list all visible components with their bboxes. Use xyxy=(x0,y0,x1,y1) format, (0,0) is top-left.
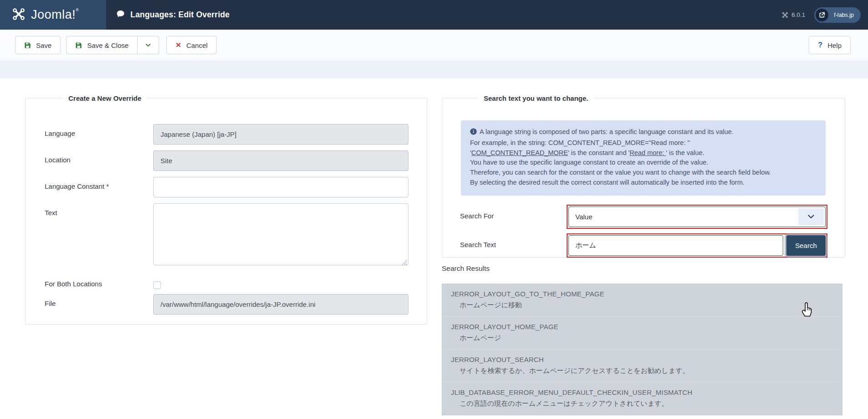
help-question-icon: ? xyxy=(818,41,822,49)
alert-line-2: For example, in the string: COM_CONTENT_… xyxy=(470,138,816,148)
cancel-button[interactable]: ✕ Cancel xyxy=(166,36,217,54)
alert-line-1: A language string is composed of two par… xyxy=(470,127,816,138)
help-button[interactable]: ? Help xyxy=(809,36,851,54)
location-label: Location xyxy=(45,150,153,171)
chevron-down-icon xyxy=(145,42,151,48)
language-constant-field[interactable] xyxy=(153,177,408,197)
language-field xyxy=(153,124,408,145)
speech-bubble-icon xyxy=(116,10,125,20)
joomla-brand[interactable]: Joomla!® xyxy=(0,0,106,30)
value-example-link[interactable]: Read more: xyxy=(630,149,666,156)
search-help-alert: A language string is composed of two par… xyxy=(461,120,826,196)
search-text-label: Search Text xyxy=(460,235,568,258)
search-text-annotation: Search xyxy=(567,233,827,258)
alert-line-4: You have to use the specific language co… xyxy=(470,158,816,168)
language-constant-label: Language Constant * xyxy=(45,177,153,197)
joomla-logo-icon xyxy=(12,7,26,23)
location-field xyxy=(153,150,408,171)
search-results-heading: Search Results xyxy=(442,264,490,273)
both-locations-checkbox[interactable] xyxy=(153,281,161,289)
save-button[interactable]: Save xyxy=(15,36,61,54)
joomla-wordmark: Joomla!® xyxy=(31,8,79,22)
save-floppy-icon xyxy=(75,42,82,49)
info-circle-icon xyxy=(470,128,477,138)
search-text-input[interactable] xyxy=(568,235,783,256)
toolbar: Save Save & Close ✕ Cancel ? Help xyxy=(0,30,868,61)
both-locations-label: For Both Locations xyxy=(45,277,153,291)
create-override-panel: Create a New Override Language Location … xyxy=(25,94,427,325)
search-for-label: Search For xyxy=(460,207,568,229)
joomla-version-icon xyxy=(782,12,788,18)
result-item[interactable]: JLIB_DATABASE_ERROR_MENU_DEFAULT_CHECKIN… xyxy=(442,382,842,415)
cancel-x-icon: ✕ xyxy=(176,41,181,49)
alert-line-6: By selecting the desired result the corr… xyxy=(470,178,816,188)
save-floppy-icon xyxy=(24,42,31,49)
alert-line-3: 'COM_CONTENT_READ_MORE' is the constant … xyxy=(470,148,816,158)
result-item[interactable]: JERROR_LAYOUT_HOME_PAGE ホームページ xyxy=(442,316,842,349)
search-results-list: JERROR_LAYOUT_GO_TO_THE_HOME_PAGE ホームページ… xyxy=(442,284,842,415)
main-content: Create a New Override Language Location … xyxy=(0,78,868,419)
top-navbar: Joomla!® Languages: Edit Override 6.0.1 xyxy=(0,0,868,30)
site-preview-button[interactable]: f-labs.jp xyxy=(814,7,861,23)
page-title-area: Languages: Edit Override xyxy=(106,0,230,30)
text-label: Text xyxy=(45,203,153,267)
external-link-icon xyxy=(816,9,828,21)
search-for-annotation: Value xyxy=(567,205,827,229)
page-title: Languages: Edit Override xyxy=(130,10,230,20)
text-field[interactable] xyxy=(153,203,408,265)
search-panel: Search text you want to change. A langua… xyxy=(442,94,845,258)
file-field xyxy=(153,294,408,315)
site-link-label: f-labs.jp xyxy=(834,12,854,18)
search-button[interactable]: Search xyxy=(786,235,826,256)
constant-example-link[interactable]: COM_CONTENT_READ_MORE xyxy=(471,149,568,156)
joomla-version: 6.0.1 xyxy=(782,11,805,18)
create-override-legend: Create a New Override xyxy=(63,94,147,102)
language-label: Language xyxy=(45,124,153,145)
result-item[interactable]: JERROR_LAYOUT_GO_TO_THE_HOME_PAGE ホームページ… xyxy=(442,284,842,316)
chevron-down-icon xyxy=(798,208,824,225)
save-options-dropdown-button[interactable] xyxy=(138,36,159,54)
subheader-band xyxy=(0,61,868,78)
file-label: File xyxy=(45,294,153,315)
mouse-cursor-hand xyxy=(799,300,814,319)
search-for-select[interactable]: Value xyxy=(568,207,826,227)
alert-line-5: Therefore, you can search for the consta… xyxy=(470,168,816,178)
search-panel-legend: Search text you want to change. xyxy=(478,94,594,102)
save-close-button[interactable]: Save & Close xyxy=(66,36,138,54)
result-item[interactable]: JERROR_LAYOUT_SEARCH サイトを検索するか、ホームページにアク… xyxy=(442,349,842,382)
